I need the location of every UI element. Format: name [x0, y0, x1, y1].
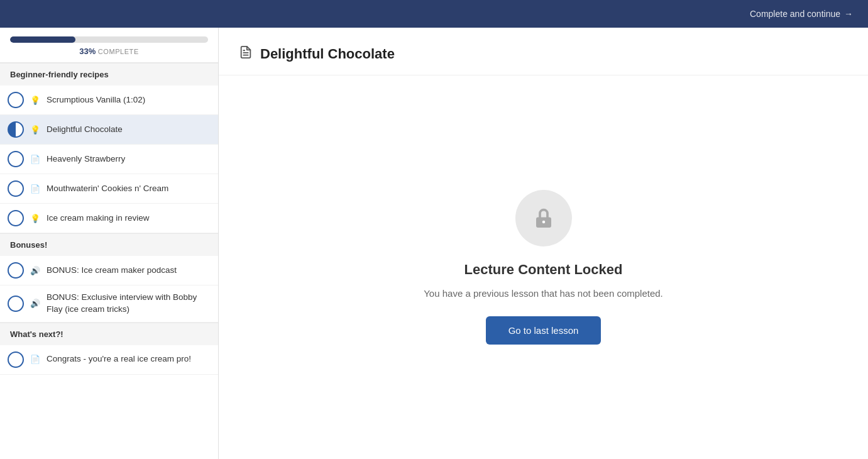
section-header-bonuses: Bonuses!: [0, 233, 218, 256]
lesson-status-circle: [8, 210, 24, 226]
locked-subtitle: You have a previous lesson that has not …: [424, 288, 663, 299]
progress-bar-fill: [10, 36, 75, 43]
progress-percent: 33%: [79, 47, 96, 56]
progress-complete-text: COMPLETE: [98, 48, 139, 55]
progress-bar-background: [10, 36, 208, 43]
locked-content-section: Lecture Content Locked You have a previo…: [219, 75, 868, 459]
lesson-status-circle: [8, 92, 24, 108]
content-area: Delightful Chocolate Lecture Content Loc…: [219, 28, 868, 459]
locked-title: Lecture Content Locked: [464, 262, 623, 278]
course-sidebar: 33% COMPLETE Beginner-friendly recipes 💡…: [0, 28, 219, 459]
audio-icon: 🔊: [30, 266, 40, 275]
bulb-icon: 💡: [30, 96, 40, 105]
section-header-beginner: Beginner-friendly recipes: [0, 63, 218, 86]
top-navigation-bar: Complete and continue →: [0, 0, 868, 28]
doc-icon: 📄: [30, 155, 40, 164]
complete-continue-label: Complete and continue: [750, 9, 840, 19]
content-doc-icon: [239, 45, 253, 62]
bulb-icon: 💡: [30, 125, 40, 135]
lesson-status-circle: [8, 351, 24, 368]
doc-icon: 📄: [30, 355, 40, 364]
lock-icon-container: [515, 190, 572, 246]
main-layout: 33% COMPLETE Beginner-friendly recipes 💡…: [0, 28, 868, 459]
progress-section: 33% COMPLETE: [0, 28, 218, 63]
continue-arrow-icon: →: [844, 9, 853, 19]
bulb-icon: 💡: [30, 214, 40, 223]
lesson-item-scrumptious-vanilla[interactable]: 💡 Scrumptious Vanilla (1:02): [0, 86, 218, 115]
lesson-item-podcast[interactable]: 🔊 BONUS: Ice cream maker podcast: [0, 256, 218, 285]
lesson-label: Scrumptious Vanilla (1:02): [47, 94, 145, 106]
content-header: Delightful Chocolate: [219, 28, 868, 75]
lesson-status-circle-half: [8, 121, 24, 138]
go-to-last-lesson-button[interactable]: Go to last lesson: [486, 316, 602, 345]
lesson-label: BONUS: Ice cream maker podcast: [47, 265, 177, 277]
progress-label: 33% COMPLETE: [10, 47, 208, 56]
lesson-label: Congrats - you're a real ice cream pro!: [47, 353, 191, 365]
lesson-status-circle: [8, 180, 24, 197]
audio-icon: 🔊: [30, 299, 40, 308]
lesson-item-congrats[interactable]: 📄 Congrats - you're a real ice cream pro…: [0, 345, 218, 375]
lesson-item-interview[interactable]: 🔊 BONUS: Exclusive interview with Bobby …: [0, 285, 218, 323]
lesson-item-ice-cream-review[interactable]: 💡 Ice cream making in review: [0, 204, 218, 233]
lesson-status-circle: [8, 296, 24, 312]
lesson-item-delightful-chocolate[interactable]: 💡 Delightful Chocolate: [0, 115, 218, 145]
lesson-label: Delightful Chocolate: [47, 124, 123, 136]
lesson-label: Mouthwaterin' Cookies n' Cream: [47, 183, 168, 195]
lesson-label: BONUS: Exclusive interview with Bobby Fl…: [47, 292, 211, 316]
section-header-whats-next: What's next?!: [0, 323, 218, 345]
lesson-item-cookies-cream[interactable]: 📄 Mouthwaterin' Cookies n' Cream: [0, 174, 218, 204]
doc-icon: 📄: [30, 184, 40, 194]
content-title: Delightful Chocolate: [260, 46, 395, 62]
lesson-label: Heavenly Strawberry: [47, 153, 125, 165]
lesson-item-heavenly-strawberry[interactable]: 📄 Heavenly Strawberry: [0, 145, 218, 174]
lesson-status-circle: [8, 262, 24, 279]
lesson-status-circle: [8, 151, 24, 167]
svg-point-2: [542, 221, 545, 224]
lesson-label: Ice cream making in review: [47, 213, 150, 224]
complete-and-continue-button[interactable]: Complete and continue →: [750, 9, 853, 19]
